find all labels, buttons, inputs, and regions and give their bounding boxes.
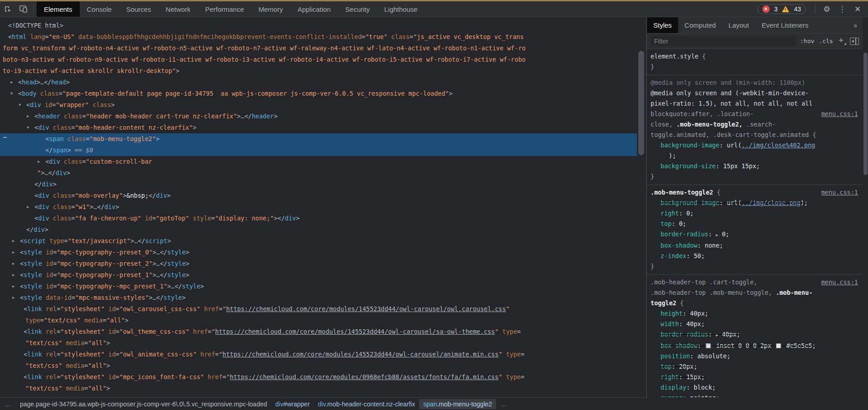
dom-tree-row[interactable]: <link rel="stylesheet" id="owl_animate_c… [0,349,637,360]
expand-arrow-icon[interactable]: ▶ [12,269,20,281]
css-line[interactable]: border-radius: ▶ 40px; [647,329,863,341]
css-line[interactable]: } [647,261,863,272]
sidebar-tab-styles[interactable]: Styles [647,17,678,33]
dom-tree-row[interactable]: <html lang="en-US" data-bubblesppbfhhgcd… [0,31,637,43]
tab-elements[interactable]: Elements [37,1,80,17]
node-more-actions-icon[interactable]: ⋯ [3,133,7,143]
stylesheet-source-link[interactable]: menu.css:1 [821,187,858,198]
new-style-rule-button[interactable]: + [838,37,845,45]
dom-tree-row[interactable]: <link rel="stylesheet" id="owl_theme_css… [0,326,637,337]
dom-tree-row[interactable]: ▼<div class="mob-header-content nz-clear… [0,122,637,133]
css-line[interactable]: .mob-menu-toggle2 {menu.css:1 [647,187,863,198]
dom-tree-row[interactable]: "text/css" media="all"> [0,337,637,349]
element-classes-toggle[interactable]: .cls [819,38,833,44]
stylesheet-href-link[interactable]: https://chemicloud.com/core/modules/1455… [215,328,495,335]
breadcrumb-item[interactable]: span.mob-menu-toggle2 [419,399,496,409]
css-line[interactable]: top: 0; [647,219,863,229]
dom-tree-row[interactable]: boto-n3-active wf-roboto-n9-active wf-ro… [0,54,637,65]
css-line[interactable]: toggle2 { [647,298,863,308]
expand-arrow-icon[interactable]: ▶ [38,156,45,167]
tab-application[interactable]: Application [290,1,338,17]
css-line[interactable]: display: block; [647,382,863,393]
css-line[interactable]: box-shadow: inset 0 0 0 2px #e5e5e5; [647,341,863,351]
dom-tree-row[interactable]: to-i9-active wf-active skrollr skrollr-d… [0,65,637,77]
css-line[interactable]: box-shadow: none; [647,240,863,251]
tab-sources[interactable]: Sources [119,1,159,17]
dom-tree-row[interactable]: "text/css" media="all"> [0,360,637,371]
sidebar-tab-event-listeners[interactable]: Event Listeners [755,17,815,33]
dom-tree-row[interactable]: </div> [0,179,637,190]
css-line[interactable]: background-size: 15px 15px; [647,161,863,171]
expand-arrow-icon[interactable]: ▶ [27,201,34,213]
expand-arrow-icon[interactable]: ▶ [10,77,18,88]
sidebar-pane-toggle-icon[interactable] [850,38,859,45]
sidebar-tab-computed[interactable]: Computed [678,17,722,33]
css-line[interactable]: } [647,171,863,182]
dom-tree-row[interactable]: ▶<style id="mpc-typography--preset_0">…<… [0,247,637,258]
collapse-arrow-icon[interactable]: ▼ [19,99,26,111]
tab-memory[interactable]: Memory [251,1,290,17]
dom-tree-row[interactable]: ▶<header class="header mob-header cart-t… [0,111,637,122]
breadcrumb-item[interactable]: page.page-id-34795.aa.wpb-js-composer.js… [16,399,271,409]
expand-arrow-icon[interactable]: ▶ [12,247,20,258]
dom-tree-row[interactable]: type="text/css" media="all"> [0,315,637,326]
css-line[interactable]: top: 20px; [647,361,863,372]
breadcrumb-overflow-icon[interactable]: … [0,400,16,408]
tab-console[interactable]: Console [80,1,119,17]
sidebar-tab-layout[interactable]: Layout [722,17,755,33]
dom-tree-row[interactable]: ▶<div class="custom-scroll-bar [0,156,637,167]
dom-tree-row[interactable]: ▶<style id="mpc-typography--preset_2">…<… [0,258,637,269]
dom-tree-row[interactable]: form vc_transform wf-roboto-n4-active wf… [0,43,637,54]
scrollbar-thumb[interactable] [863,53,868,175]
dom-tree-row[interactable]: </div> [0,224,637,235]
expand-arrow-icon[interactable]: ▶ [12,235,20,247]
stylesheet-source-link[interactable]: menu.css:1 [821,109,858,119]
dom-tree-row[interactable]: <div class="fa fa-chevron-up" id="gotoTo… [0,213,637,224]
css-line[interactable]: background-image: url(../img/close.png); [647,198,863,208]
expand-arrow-icon[interactable]: ▶ [12,258,20,269]
dom-tree-row[interactable]: <!DOCTYPE html> [0,20,637,31]
dom-tree-row[interactable]: </span> == $0 [0,145,637,156]
dom-tree-row[interactable]: ▼<body class="page-template-default page… [0,88,637,99]
tab-performance[interactable]: Performance [198,1,251,17]
css-line[interactable]: } [647,62,863,72]
dom-tree-row[interactable]: <link rel="stylesheet" id="owl_carousel_… [0,303,637,315]
css-line[interactable]: height: 40px; [647,308,863,319]
css-line[interactable]: .mob-header-top .mob-menu-toggle, .mob-m… [647,288,863,298]
close-devtools-icon[interactable]: ✕ [851,3,864,15]
styles-filter-input[interactable] [651,36,796,46]
dom-tree-row[interactable]: "text/css" media="all"> [0,383,637,394]
shadow-editor-icon[interactable] [706,343,711,348]
breadcrumb-item[interactable]: div#wrapper [271,399,314,409]
css-line[interactable]: @media only screen and (min-width: 1100p… [647,78,863,88]
issues-badge-group[interactable]: ✕ 3 ! 43 [757,4,806,14]
stylesheet-href-link[interactable]: https://chemicloud.com/core/modules/1455… [226,305,506,312]
styles-scrollbar[interactable] [863,17,868,397]
pseudo-state-toggle[interactable]: :hov [800,38,814,44]
dom-tree-row[interactable]: ▼<div id="wrapper" class> [0,99,637,111]
kebab-menu-icon[interactable]: ⋮ [835,3,849,15]
css-line[interactable]: toggle.animated, .desk-cart-toggle.anima… [647,130,863,140]
breadcrumb-item[interactable]: div.mob-header-content.nz-clearfix [314,399,420,409]
inspect-element-icon[interactable] [0,3,15,15]
expand-arrow-icon[interactable]: ▶ [12,281,20,292]
scrollbar-thumb[interactable] [638,51,644,155]
css-line[interactable]: position: absolute; [647,351,863,361]
css-url-link[interactable]: ../img/close.png [742,199,800,206]
device-toolbar-icon[interactable] [15,3,31,15]
expand-arrow-icon[interactable]: ▶ [12,292,20,303]
css-line[interactable]: pixel-ratio: 1.5), not all, not all, not… [647,98,863,109]
css-line[interactable]: cursor: pointer; [647,393,863,397]
css-line[interactable]: border-radius: ▶ 0; [647,229,863,240]
css-line[interactable]: z-index: 50; [647,251,863,261]
css-url-link[interactable]: ../img/close%402.png [742,142,815,149]
stylesheet-source-link[interactable]: menu.css:1 [821,277,858,288]
css-line[interactable]: width: 40px; [647,319,863,329]
css-line[interactable]: ); [647,151,863,161]
dom-tree-row[interactable]: <div class="mob-overlay">&nbsp;</div> [0,190,637,201]
dom-tree-row[interactable]: <link rel="stylesheet" id="mpc_icons_fon… [0,371,637,383]
dom-tree-row[interactable]: ">…</div> [0,167,637,179]
stylesheet-href-link[interactable]: https://chemicloud.com/core/modules/1455… [222,351,499,358]
more-tabs-chevron[interactable]: » [848,17,863,33]
css-line[interactable]: background-image: url(../img/close%402.p… [647,140,863,151]
